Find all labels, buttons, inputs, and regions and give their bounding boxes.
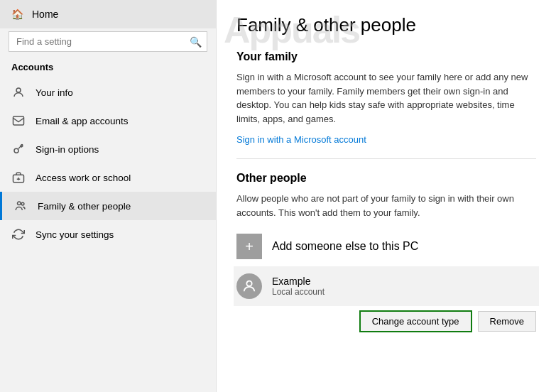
add-person-row[interactable]: + Add someone else to this PC xyxy=(236,227,536,266)
sidebar-item-signin[interactable]: Sign-in options xyxy=(0,135,216,163)
person-info: Example Local account xyxy=(272,276,536,297)
sidebar-section-title: Accounts xyxy=(0,58,216,78)
person-account-type: Local account xyxy=(272,287,536,297)
svg-rect-1 xyxy=(13,116,24,125)
remove-button[interactable]: Remove xyxy=(478,311,536,332)
svg-point-6 xyxy=(18,202,21,205)
briefcase-icon xyxy=(11,170,26,185)
sidebar-item-home[interactable]: 🏠 Home xyxy=(0,0,216,28)
svg-point-2 xyxy=(14,148,18,153)
user-icon xyxy=(11,85,26,99)
svg-point-7 xyxy=(21,202,24,205)
key-icon xyxy=(11,142,26,156)
page-title: Family & other people xyxy=(236,14,536,36)
other-people-title: Other people xyxy=(236,172,536,185)
section-divider xyxy=(236,158,536,159)
home-icon: 🏠 xyxy=(11,9,23,20)
person-row: Example Local account xyxy=(234,266,539,306)
family-icon xyxy=(13,199,28,213)
home-label: Home xyxy=(32,9,58,20)
svg-point-0 xyxy=(16,88,21,92)
search-icon: 🔍 xyxy=(190,36,202,48)
action-buttons-row: Change account type Remove xyxy=(236,310,536,332)
your-family-title: Your family xyxy=(236,50,536,63)
sidebar: 🏠 Home 🔍 Accounts Your info Email & app … xyxy=(0,0,217,392)
main-content: Appuals Family & other people Your famil… xyxy=(217,0,556,392)
svg-point-8 xyxy=(246,281,251,286)
sidebar-item-label: Email & app accounts xyxy=(36,116,129,126)
sidebar-item-work-school[interactable]: Access work or school xyxy=(0,163,216,192)
sidebar-item-label: Sync your settings xyxy=(36,229,114,240)
sidebar-item-family[interactable]: Family & other people xyxy=(0,192,216,220)
sidebar-item-label: Your info xyxy=(36,87,73,98)
other-people-description: Allow people who are not part of your fa… xyxy=(236,192,536,219)
sidebar-item-email[interactable]: Email & app accounts xyxy=(0,107,216,135)
sidebar-item-label: Access work or school xyxy=(36,173,131,183)
sidebar-item-your-info[interactable]: Your info xyxy=(0,78,216,107)
your-family-description: Sign in with a Microsoft account to see … xyxy=(236,70,536,126)
sidebar-item-sync[interactable]: Sync your settings xyxy=(0,220,216,249)
sync-icon xyxy=(11,227,26,241)
person-name: Example xyxy=(272,276,536,287)
search-input[interactable] xyxy=(9,31,207,52)
sidebar-item-label: Sign-in options xyxy=(36,144,99,155)
sign-in-microsoft-link[interactable]: Sign in with a Microsoft account xyxy=(236,134,366,145)
change-account-type-button[interactable]: Change account type xyxy=(359,310,472,332)
search-container: 🔍 xyxy=(9,31,207,52)
sidebar-item-label: Family & other people xyxy=(38,201,131,212)
avatar xyxy=(236,273,262,299)
email-icon xyxy=(11,114,26,128)
add-person-label: Add someone else to this PC xyxy=(272,240,418,253)
add-icon: + xyxy=(236,234,262,259)
